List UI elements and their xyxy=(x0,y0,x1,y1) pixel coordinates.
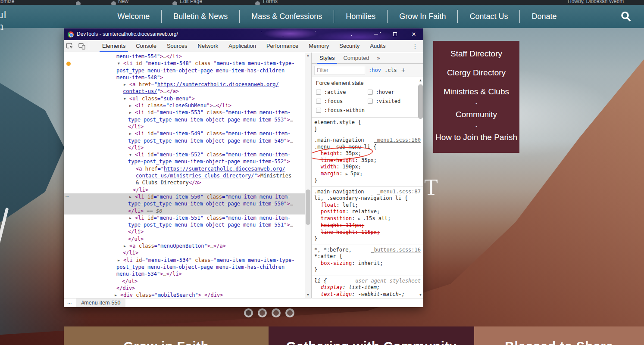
css-rule[interactable]: user agent stylesheetli {display: list-i… xyxy=(312,276,423,298)
dom-tree-line[interactable]: </ul> xyxy=(64,236,311,242)
dom-tree-line[interactable]: ▼<ul class="sub-menu"> xyxy=(64,95,311,102)
tab-network[interactable]: Network xyxy=(193,40,224,52)
dom-tree-line[interactable]: contact-us/">…</a> xyxy=(64,88,311,95)
row-options-icon[interactable]: … xyxy=(66,192,69,199)
rule-selector[interactable]: li { xyxy=(314,278,327,284)
css-property[interactable]: line-height: 115px; xyxy=(314,229,421,236)
collapsed-arrow-icon[interactable]: ▶ xyxy=(124,243,129,250)
search-icon[interactable] xyxy=(620,10,632,22)
collapsed-arrow-icon[interactable]: ▶ xyxy=(118,257,123,264)
css-property[interactable]: line-height: 35px; xyxy=(314,157,421,164)
subtab-styles[interactable]: Styles xyxy=(315,53,339,64)
scrollbar-thumb[interactable] xyxy=(306,190,310,225)
force-state-hover[interactable]: :hover xyxy=(368,89,419,95)
admin-item-forms[interactable]: Forms xyxy=(263,0,278,4)
breakpoint-dot[interactable] xyxy=(66,62,71,66)
collapsed-arrow-icon[interactable]: ▶ xyxy=(129,194,135,201)
collapsed-arrow-icon[interactable]: ▶ xyxy=(124,81,129,88)
styles-filter-input[interactable] xyxy=(314,66,365,75)
dom-tree-line[interactable]: ▼<li id="menu-item-548" class="menu-item… xyxy=(64,60,311,67)
breadcrumb-ellipsis[interactable]: ... xyxy=(64,299,76,307)
css-rule[interactable]: _buttons.scss:16*, *:before, *:after {bo… xyxy=(312,245,423,276)
css-property[interactable]: margin: ▶ 5px; xyxy=(314,171,421,178)
collapsed-arrow-icon[interactable]: ▶ xyxy=(115,292,120,298)
dom-tree-line[interactable]: </li> == $0 xyxy=(64,208,311,214)
checkbox[interactable] xyxy=(316,108,321,113)
dom-tree-line[interactable]: post_type menu-item-object-page menu-ite… xyxy=(64,67,311,74)
rule-selector[interactable]: *, *:before, *:after { xyxy=(314,247,355,260)
dom-tree-line[interactable]: type-post_type menu-item-object-page men… xyxy=(64,137,311,144)
dom-tree-line[interactable]: type-post_type menu-item-object-page men… xyxy=(64,116,311,123)
nav-item-contact-us[interactable]: Contact Us xyxy=(458,12,519,21)
nav-item-bulletin-news[interactable]: Bulletin & News xyxy=(162,12,239,21)
close-button[interactable]: ✕ xyxy=(404,28,423,40)
scroll-up-icon[interactable]: ▲ xyxy=(417,78,423,84)
rule-selector[interactable]: element.style { xyxy=(314,119,361,125)
dom-tree-line[interactable]: …▶<li id="menu-item-550" class="menu-ite… xyxy=(64,193,311,200)
nav-item-donate[interactable]: Donate xyxy=(520,12,568,21)
toggle-hov-button[interactable]: :hov xyxy=(369,67,381,73)
carousel-dot-4[interactable] xyxy=(285,308,294,317)
toggle-device-toolbar-icon[interactable] xyxy=(76,41,88,51)
collapsed-arrow-icon[interactable]: ▶ xyxy=(129,109,135,116)
css-property[interactable]: transition: ▶ .15s all; xyxy=(314,215,421,223)
breadcrumb-selected-node[interactable]: #menu-item-550 xyxy=(76,298,125,307)
force-state-focus[interactable]: :focus xyxy=(316,98,368,104)
dom-tree-line[interactable]: menu-item-548"> xyxy=(64,74,311,81)
css-property[interactable]: text-align: -webkit-match-; xyxy=(314,291,421,298)
devtools-titlebar[interactable]: DevTools - sumtercatholic.diocesanweb.or… xyxy=(64,28,423,40)
dom-tree-line[interactable]: ▶<li class="closeSubMenu">…</li> xyxy=(64,102,311,109)
force-state-active[interactable]: :active xyxy=(316,89,368,95)
tab-security[interactable]: Security xyxy=(334,40,365,52)
admin-item-tomize[interactable]: tomize xyxy=(0,0,14,4)
dom-tree-line[interactable]: ▶<div class="mobileSearch"> </div> xyxy=(64,292,311,298)
nav-item-welcome[interactable]: Welcome xyxy=(106,12,162,21)
expanded-arrow-icon[interactable]: ▼ xyxy=(124,96,129,103)
tab-audits[interactable]: Audits xyxy=(365,40,391,52)
source-link[interactable]: _buttons.scss:16 xyxy=(371,247,421,254)
css-property[interactable]: width: 190px; xyxy=(314,164,421,171)
dom-tree-line[interactable]: contact-us/ministries-clubs-directory/">… xyxy=(64,172,311,179)
dom-tree-line[interactable]: ▶<a href="https://sumtercatholic.diocesa… xyxy=(64,81,311,88)
dom-tree-line[interactable]: </li> xyxy=(64,144,311,151)
dom-tree-line[interactable]: type-post_type menu-item-object-page men… xyxy=(64,158,311,165)
dom-tree-line[interactable]: ▶<a class="menuOpenButton">…</a> xyxy=(64,242,311,249)
expanded-arrow-icon[interactable]: ▼ xyxy=(118,60,123,67)
toggle-cls-button[interactable]: .cls xyxy=(385,67,397,73)
carousel-dot-3[interactable] xyxy=(272,308,281,317)
dom-tree-line[interactable]: post_type menu-item-object-page menu-ite… xyxy=(64,264,311,270)
dom-tree-line[interactable]: ▼<li id="menu-item-552" class="menu-item… xyxy=(64,151,311,158)
shorthand-arrow-icon[interactable]: ▶ xyxy=(358,217,363,221)
submenu-item-how-to-join-the-parish[interactable]: How to Join the Parish xyxy=(433,128,519,147)
admin-greeting[interactable]: Howdy, Diocesan Webm xyxy=(568,0,624,4)
nav-item-grow-in-faith[interactable]: Grow In Faith xyxy=(388,12,457,21)
checkbox[interactable] xyxy=(368,90,373,95)
tab-sources[interactable]: Sources xyxy=(162,40,193,52)
css-rule[interactable]: _menu1.scss:87.main-navigation li, .seco… xyxy=(312,187,423,245)
dom-tree-line[interactable]: ▶<li id="menu-item-553" class="menu-item… xyxy=(64,109,311,116)
dom-tree-line[interactable]: </li> xyxy=(64,228,311,235)
more-options-icon[interactable]: ⋮ xyxy=(410,43,421,50)
tab-elements[interactable]: Elements xyxy=(97,40,131,52)
dom-tree-line[interactable]: menu-item-554">…</li> xyxy=(64,53,311,60)
nav-item-homilies[interactable]: Homilies xyxy=(334,12,387,21)
carousel-dot-2[interactable] xyxy=(258,308,267,317)
submenu-item-ministries-clubs[interactable]: Ministries & Clubs xyxy=(433,82,519,101)
css-rule[interactable]: _menu1.scss:160.main-navigation .menu .s… xyxy=(312,135,423,187)
minimize-button[interactable] xyxy=(366,28,385,40)
dom-tree-line[interactable]: </li> xyxy=(64,186,311,193)
collapsed-arrow-icon[interactable]: ▶ xyxy=(129,103,135,109)
tab-console[interactable]: Console xyxy=(131,40,162,52)
css-property[interactable]: height: 114px; xyxy=(314,222,421,229)
force-state-visited[interactable]: :visited xyxy=(368,98,419,104)
dom-tree-line[interactable]: </li> xyxy=(64,123,311,130)
dom-tree-line[interactable]: type-post_type menu-item-object-page men… xyxy=(64,221,311,228)
admin-item-edit-page[interactable]: Edit Page xyxy=(180,0,202,4)
expanded-arrow-icon[interactable]: ▼ xyxy=(129,152,135,159)
css-rule[interactable]: element.style {} xyxy=(312,118,423,135)
dom-tree-line[interactable]: <a href="https://sumtercatholic.diocesan… xyxy=(64,165,311,172)
dom-tree-line[interactable]: ▶<li id="menu-item-551" class="menu-item… xyxy=(64,214,311,221)
dom-tree-line[interactable]: </div> xyxy=(64,285,311,292)
scrollbar-thumb[interactable] xyxy=(418,84,423,119)
nav-item-mass-confessions[interactable]: Mass & Confessions xyxy=(240,12,334,21)
